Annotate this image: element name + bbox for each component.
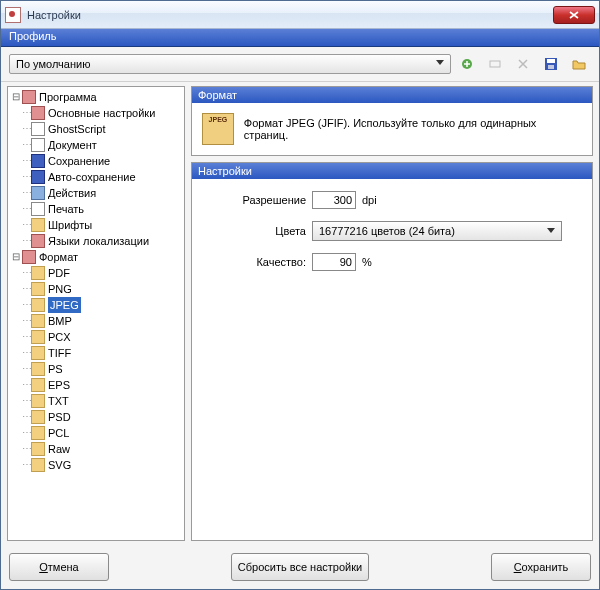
tree-node-lang[interactable]: ⋯Языки локализации xyxy=(10,233,182,249)
quality-row: Качество: % xyxy=(206,253,578,271)
titlebar: Настройки xyxy=(1,1,599,29)
save-icon xyxy=(543,56,559,72)
file-icon xyxy=(31,298,45,312)
add-icon xyxy=(459,56,475,72)
settings-panel-title: Настройки xyxy=(192,163,592,179)
settings-window: Настройки Профиль По умолчанию xyxy=(0,0,600,590)
autosave-icon xyxy=(31,170,45,184)
button-row: Отмена Сбросить все настройки Сохранить xyxy=(1,545,599,589)
file-icon xyxy=(31,458,45,472)
quality-unit: % xyxy=(362,256,372,268)
file-icon xyxy=(31,410,45,424)
file-icon xyxy=(31,442,45,456)
cancel-button[interactable]: Отмена xyxy=(9,553,109,581)
format-panel-title: Формат xyxy=(192,87,592,103)
tree-node-raw[interactable]: ⋯Raw xyxy=(10,441,182,457)
tree-node-format[interactable]: ⊟ Формат xyxy=(10,249,182,265)
file-icon xyxy=(31,282,45,296)
collapse-icon[interactable]: ⊟ xyxy=(10,249,22,265)
content-area: ⊟ Программа ⋯Основные настройки ⋯GhostSc… xyxy=(1,82,599,545)
quality-input[interactable] xyxy=(312,253,356,271)
save-profile-button[interactable] xyxy=(539,53,563,75)
format-description: Формат JPEG (JFIF). Используйте только д… xyxy=(244,117,582,141)
tree-node-print[interactable]: ⋯Печать xyxy=(10,201,182,217)
tree-node-psd[interactable]: ⋯PSD xyxy=(10,409,182,425)
tree-label: Программа xyxy=(39,89,97,105)
actions-icon xyxy=(31,186,45,200)
close-icon xyxy=(569,11,579,19)
tree-node-program[interactable]: ⊟ Программа xyxy=(10,89,182,105)
tree-node-ps[interactable]: ⋯PS xyxy=(10,361,182,377)
tree-node-bmp[interactable]: ⋯BMP xyxy=(10,313,182,329)
format-panel: Формат JPEG Формат JPEG (JFIF). Использу… xyxy=(191,86,593,156)
tree-node-pcx[interactable]: ⋯PCX xyxy=(10,329,182,345)
tree-panel[interactable]: ⊟ Программа ⋯Основные настройки ⋯GhostSc… xyxy=(7,86,185,541)
tree-node-jpeg[interactable]: ⋯JPEG xyxy=(10,297,182,313)
colors-row: Цвета 16777216 цветов (24 бита) xyxy=(206,221,578,241)
tree-node-txt[interactable]: ⋯TXT xyxy=(10,393,182,409)
tree-node-svg[interactable]: ⋯SVG xyxy=(10,457,182,473)
tree-node-png[interactable]: ⋯PNG xyxy=(10,281,182,297)
file-icon xyxy=(31,330,45,344)
quality-label: Качество: xyxy=(206,256,306,268)
tree-node-fonts[interactable]: ⋯Шрифты xyxy=(10,217,182,233)
tree-node-pdf[interactable]: ⋯PDF xyxy=(10,265,182,281)
file-icon xyxy=(31,362,45,376)
tree-node-tiff[interactable]: ⋯TIFF xyxy=(10,345,182,361)
delete-icon xyxy=(515,56,531,72)
file-icon xyxy=(31,426,45,440)
program-icon xyxy=(22,90,36,104)
resolution-label: Разрешение xyxy=(206,194,306,206)
settings-panel: Настройки Разрешение dpi Цвета 16777216 … xyxy=(191,162,593,541)
tree-node-autosave[interactable]: ⋯Авто-сохранение xyxy=(10,169,182,185)
jpeg-icon: JPEG xyxy=(202,113,234,145)
tree-node-actions[interactable]: ⋯Действия xyxy=(10,185,182,201)
profile-header: Профиль xyxy=(1,29,599,47)
tree-node-basic[interactable]: ⋯Основные настройки xyxy=(10,105,182,121)
resolution-unit: dpi xyxy=(362,194,377,206)
file-icon xyxy=(31,346,45,360)
tree-node-eps[interactable]: ⋯EPS xyxy=(10,377,182,393)
file-icon xyxy=(31,378,45,392)
profile-selected-value: По умолчанию xyxy=(16,58,90,70)
app-icon xyxy=(5,7,21,23)
tree-node-pcl[interactable]: ⋯PCL xyxy=(10,425,182,441)
tree-node-save[interactable]: ⋯Сохранение xyxy=(10,153,182,169)
tree-node-document[interactable]: ⋯Документ xyxy=(10,137,182,153)
fonts-icon xyxy=(31,218,45,232)
add-profile-button[interactable] xyxy=(455,53,479,75)
svg-rect-4 xyxy=(548,65,554,69)
window-title: Настройки xyxy=(27,9,81,21)
profile-toolbar: По умолчанию xyxy=(1,47,599,82)
format-icon xyxy=(22,250,36,264)
save-button[interactable]: Сохранить xyxy=(491,553,591,581)
file-icon xyxy=(31,394,45,408)
colors-label: Цвета xyxy=(206,225,306,237)
right-panel: Формат JPEG Формат JPEG (JFIF). Использу… xyxy=(191,86,593,541)
profile-select[interactable]: По умолчанию xyxy=(9,54,451,74)
chevron-down-icon xyxy=(547,228,555,233)
lang-icon xyxy=(31,234,45,248)
svg-rect-3 xyxy=(547,59,555,63)
colors-value: 16777216 цветов (24 бита) xyxy=(319,225,455,237)
close-button[interactable] xyxy=(553,6,595,24)
file-icon xyxy=(31,266,45,280)
file-icon xyxy=(31,314,45,328)
settings-icon xyxy=(31,106,45,120)
resolution-input[interactable] xyxy=(312,191,356,209)
save-icon xyxy=(31,154,45,168)
tree-node-ghostscript[interactable]: ⋯GhostScript xyxy=(10,121,182,137)
open-folder-button[interactable] xyxy=(567,53,591,75)
colors-select[interactable]: 16777216 цветов (24 бита) xyxy=(312,221,562,241)
print-icon xyxy=(31,202,45,216)
reset-button[interactable]: Сбросить все настройки xyxy=(231,553,369,581)
collapse-icon[interactable]: ⊟ xyxy=(10,89,22,105)
rename-profile-button[interactable] xyxy=(483,53,507,75)
rename-icon xyxy=(487,56,503,72)
svg-rect-1 xyxy=(490,61,500,67)
ghostscript-icon xyxy=(31,122,45,136)
chevron-down-icon xyxy=(436,60,444,65)
folder-icon xyxy=(571,56,587,72)
resolution-row: Разрешение dpi xyxy=(206,191,578,209)
delete-profile-button[interactable] xyxy=(511,53,535,75)
